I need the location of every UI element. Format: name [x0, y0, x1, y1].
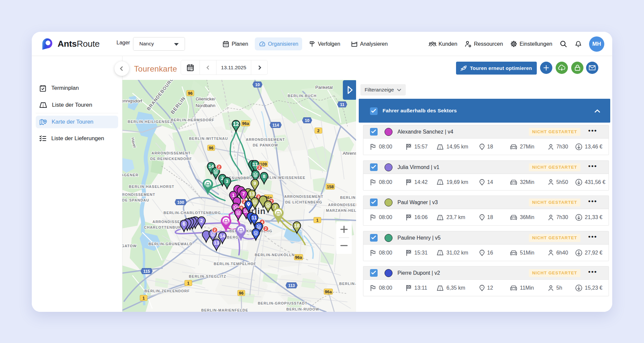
- svg-text:AGENER: AGENER: [122, 173, 139, 177]
- svg-text:7: 7: [242, 191, 245, 197]
- svg-text:11: 11: [340, 102, 344, 107]
- svg-text:DE PANKOW: DE PANKOW: [253, 143, 278, 147]
- svg-text:BERLIN-HEILIGENSEE: BERLIN-HEILIGENSEE: [128, 120, 173, 124]
- svg-text:ARRONDISSEM: ARRONDISSEM: [328, 203, 356, 207]
- svg-text:13: 13: [249, 191, 254, 197]
- svg-text:6: 6: [183, 221, 186, 227]
- svg-text:96: 96: [239, 291, 244, 296]
- svg-text:115: 115: [143, 269, 150, 274]
- svg-text:Nordbahn: Nordbahn: [196, 103, 215, 108]
- svg-text:96: 96: [188, 91, 193, 96]
- svg-text:BERLIN-HI: BERLIN-HI: [340, 196, 356, 200]
- svg-text:Ahrensfel: Ahrensfel: [343, 151, 356, 156]
- svg-text:2: 2: [214, 228, 216, 232]
- svg-text:MARZAHN-HELL: MARZAHN-HELL: [326, 208, 356, 212]
- svg-text:1: 1: [232, 192, 235, 198]
- svg-text:12: 12: [233, 121, 239, 127]
- svg-text:96a: 96a: [242, 121, 250, 126]
- svg-text:ennigsdorf: ennigsdorf: [122, 98, 142, 103]
- svg-text:BERLIN-HASELHORST: BERLIN-HASELHORST: [129, 185, 174, 189]
- svg-text:BERLIN-MARIENFELDE: BERLIN-MARIENFELDE: [201, 308, 248, 312]
- svg-text:BERLIN-WITTENAU: BERLIN-WITTENAU: [189, 137, 228, 141]
- svg-text:114: 114: [272, 123, 279, 128]
- svg-text:ARRONDISSEMENT: ARRONDISSEMENT: [246, 138, 285, 142]
- svg-text:ARRONDISSEMENT: ARRONDISSEMENT: [122, 193, 155, 197]
- svg-text:BERLIN-STEGLITZ: BERLIN-STEGLITZ: [189, 274, 226, 278]
- svg-text:113: 113: [288, 283, 295, 288]
- svg-text:BERLIN-GRUNEWALD: BERLIN-GRUNEWALD: [149, 242, 193, 246]
- svg-text:BERLIN-ZEHLENDORF: BERLIN-ZEHLENDORF: [145, 289, 190, 293]
- svg-text:9: 9: [253, 180, 256, 186]
- svg-text:96a: 96a: [325, 290, 332, 294]
- svg-text:Panketal: Panketal: [315, 85, 333, 90]
- svg-text:2: 2: [265, 227, 267, 231]
- svg-text:Glienicke/: Glienicke/: [196, 96, 215, 101]
- svg-text:8: 8: [263, 173, 266, 179]
- svg-text:2: 2: [200, 218, 203, 223]
- svg-text:BERLIN-BUCH: BERLIN-BUCH: [288, 94, 316, 98]
- svg-text:DE LICHTENBERG: DE LICHTENBERG: [285, 200, 322, 204]
- svg-text:DE SPANDAU: DE SPANDAU: [122, 198, 149, 202]
- svg-text:DE REINICKENDORF: DE REINICKENDORF: [150, 157, 192, 161]
- svg-text:158: 158: [327, 185, 334, 189]
- svg-text:10: 10: [255, 83, 260, 87]
- svg-text:13: 13: [214, 240, 219, 246]
- svg-text:1: 1: [316, 218, 319, 223]
- svg-text:96: 96: [209, 146, 213, 150]
- svg-text:11: 11: [252, 215, 257, 220]
- svg-text:BERLIN-KÖ: BERLIN-KÖ: [339, 282, 356, 286]
- svg-text:2: 2: [317, 129, 320, 133]
- svg-text:1: 1: [187, 281, 190, 286]
- svg-text:14: 14: [220, 233, 225, 239]
- svg-text:96a: 96a: [295, 255, 302, 260]
- svg-text:BERLIN-GROPIUSSTADT: BERLIN-GROPIUSSTADT: [258, 301, 307, 305]
- svg-text:BERLIN-RUDOW: BERLIN-RUDOW: [286, 307, 319, 311]
- svg-text:BERLIN-HERMSDORF: BERLIN-HERMSDORF: [171, 118, 214, 122]
- svg-text:BERLIN-NEUKÖLLN: BERLIN-NEUKÖLLN: [255, 253, 295, 257]
- svg-text:BERLIN-CHARLOTTENBURG: BERLIN-CHARLOTTENBURG: [163, 211, 221, 215]
- svg-text:ARRONDISSEMENT: ARRONDISSEMENT: [284, 195, 324, 199]
- svg-text:3: 3: [226, 178, 228, 184]
- svg-text:18: 18: [294, 223, 299, 228]
- svg-text:GATOW: GATOW: [122, 244, 137, 248]
- svg-text:BERLIN-TEMPELHOF: BERLIN-TEMPELHOF: [214, 262, 256, 266]
- svg-text:10: 10: [305, 118, 309, 123]
- svg-text:2: 2: [258, 166, 260, 170]
- svg-text:1: 1: [143, 296, 145, 301]
- svg-text:2: 2: [218, 165, 220, 169]
- svg-text:ARRONDISSEMENT: ARRONDISSEMENT: [152, 151, 191, 155]
- svg-text:100: 100: [177, 200, 184, 205]
